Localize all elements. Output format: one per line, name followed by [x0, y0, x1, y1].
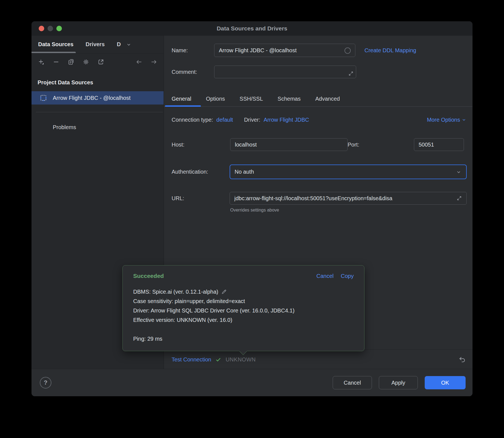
port-value: 50051 [419, 142, 434, 148]
tab-drivers[interactable]: Drivers [86, 41, 105, 48]
tab-strip-border [164, 106, 473, 107]
authentication-select[interactable]: No auth [230, 165, 467, 179]
forward-arrow-icon[interactable] [150, 58, 158, 66]
test-result-text: UNKNOWN [225, 356, 256, 363]
chevron-down-icon [456, 169, 462, 175]
check-icon [215, 356, 222, 363]
comment-label: Comment: [172, 69, 214, 75]
pencil-icon[interactable] [221, 289, 227, 295]
popup-copy-link[interactable]: Copy [341, 273, 354, 279]
titlebar: Data Sources and Drivers [32, 21, 473, 36]
name-value: Arrow Flight JDBC - @localhost [219, 47, 296, 54]
connection-type-label: Connection type: [172, 117, 213, 123]
tab-advanced[interactable]: Advanced [315, 96, 340, 102]
tab-data-sources[interactable]: Data Sources [38, 41, 74, 48]
tab-options[interactable]: Options [206, 96, 225, 102]
tab-schemas[interactable]: Schemas [278, 96, 301, 102]
popup-case-line: Case sensitivity: plain=upper, delimited… [133, 296, 356, 306]
active-tab-underline [32, 52, 76, 53]
comment-input[interactable] [214, 66, 356, 78]
chevron-down-icon [461, 117, 467, 122]
zoom-window-button[interactable] [56, 26, 62, 31]
test-connection-strip: Test Connection UNKNOWN [164, 350, 473, 369]
duplicate-icon[interactable] [67, 58, 75, 66]
minimize-window-button [48, 26, 53, 31]
circle-indicator-icon [344, 47, 351, 54]
add-icon[interactable] [38, 58, 45, 66]
test-connection-link[interactable]: Test Connection [172, 356, 211, 363]
expand-icon[interactable] [456, 195, 462, 201]
settings-tab-strip: General Options SSH/SSL Schemas Advanced [172, 91, 340, 106]
sidebar-divider [36, 112, 163, 112]
tab-ssh-ssl[interactable]: SSH/SSL [240, 96, 263, 102]
traffic-lights [39, 26, 62, 31]
close-window-button[interactable] [39, 26, 44, 31]
tab-general[interactable]: General [172, 96, 191, 102]
host-label: Host: [172, 142, 230, 148]
problems-label[interactable]: Problems [53, 124, 76, 131]
connection-type-value[interactable]: default [216, 117, 233, 123]
authentication-label: Authentication: [172, 169, 230, 175]
datasource-icon [40, 94, 47, 102]
dialog-footer: ? Cancel Apply OK [32, 369, 473, 396]
url-value: jdbc:arrow-flight-sql://localhost:50051?… [234, 195, 456, 202]
popup-details: DBMS: Spice.ai (ver. 0.12.1-alpha) Case … [133, 287, 356, 343]
export-icon[interactable] [97, 58, 104, 66]
url-label: URL: [172, 195, 230, 202]
host-value: localhost [235, 142, 257, 148]
tab-ddl-truncated[interactable]: D [117, 41, 122, 48]
authentication-value: No auth [235, 169, 254, 175]
test-connection-popup: Succeeded Cancel Copy DBMS: Spice.ai (ve… [122, 265, 364, 351]
cancel-button[interactable]: Cancel [333, 376, 372, 389]
popup-status: Succeeded [133, 273, 164, 279]
driver-label: Driver: [244, 117, 260, 123]
more-options-link[interactable]: More Options [427, 117, 467, 123]
url-hint: Overrides settings above [230, 208, 279, 213]
sidebar-item-arrow-flight-jdbc[interactable]: Arrow Flight JDBC - @localhost [32, 91, 164, 105]
project-data-sources-header: Project Data Sources [38, 79, 93, 86]
create-ddl-mapping-link[interactable]: Create DDL Mapping [364, 47, 416, 54]
url-input[interactable]: jdbc:arrow-flight-sql://localhost:50051?… [230, 192, 467, 205]
active-tab-accent [165, 105, 201, 107]
popup-ping-line: Ping: 29 ms [133, 334, 356, 343]
window-title: Data Sources and Drivers [32, 21, 473, 36]
apply-button[interactable]: Apply [379, 376, 418, 389]
undo-icon[interactable] [458, 356, 466, 363]
data-sources-dialog: Data Sources and Drivers Data Sources Dr… [32, 21, 473, 396]
sidebar-item-label: Arrow Flight JDBC - @localhost [53, 95, 130, 101]
ok-button[interactable]: OK [425, 376, 466, 389]
name-input[interactable]: Arrow Flight JDBC - @localhost [214, 44, 355, 57]
driver-value-link[interactable]: Arrow Flight JDBC [264, 117, 309, 123]
name-label: Name: [172, 47, 214, 54]
back-arrow-icon[interactable] [135, 58, 143, 66]
port-label: Port: [348, 142, 406, 148]
host-input[interactable]: localhost [230, 138, 348, 151]
more-options-label: More Options [427, 117, 460, 123]
popup-dbms-line: DBMS: Spice.ai (ver. 0.12.1-alpha) [133, 287, 218, 296]
popup-version-line: Effective version: UNKNOWN (ver. 16.0) [133, 315, 356, 325]
port-input[interactable]: 50051 [414, 138, 464, 151]
remove-icon[interactable] [53, 58, 60, 66]
help-icon[interactable]: ? [40, 377, 51, 389]
sidebar-tab-strip: Data Sources Drivers D [32, 36, 164, 53]
popup-cancel-link[interactable]: Cancel [316, 273, 334, 279]
expand-icon[interactable] [348, 71, 354, 76]
sidebar-toolbar [32, 53, 164, 71]
gear-icon[interactable] [82, 58, 90, 66]
popup-driver-line: Driver: Arrow Flight SQL JDBC Driver Cor… [133, 306, 356, 315]
tab-overflow-chevron-down-icon[interactable] [126, 41, 132, 48]
